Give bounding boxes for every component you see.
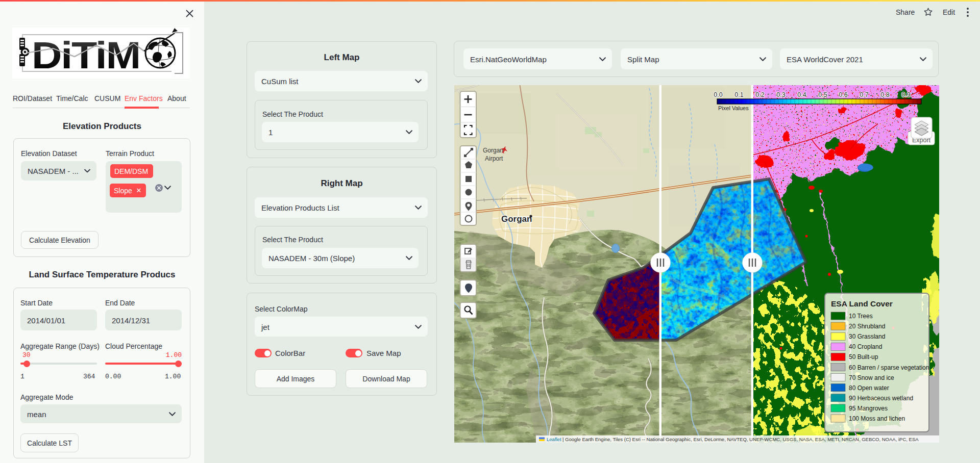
svg-text:60 Barren / sparse vegetation: 60 Barren / sparse vegetation: [849, 364, 929, 371]
svg-text:ESA Land Cover: ESA Land Cover: [831, 299, 893, 308]
svg-text:40 Cropland: 40 Cropland: [849, 343, 882, 350]
svg-text:0.3: 0.3: [776, 91, 785, 98]
svg-text:Airport: Airport: [485, 155, 503, 162]
svg-text:0.0: 0.0: [714, 91, 722, 98]
svg-text:100 Moss and lichen: 100 Moss and lichen: [849, 415, 905, 422]
svg-text:20 Shrubland: 20 Shrubland: [849, 323, 885, 330]
svg-text:0.9: 0.9: [901, 91, 910, 98]
svg-text:95 Mangroves: 95 Mangroves: [849, 405, 888, 412]
svg-text:0.4: 0.4: [797, 91, 806, 98]
svg-text:0.6: 0.6: [839, 91, 847, 98]
svg-text:Pixel Values: Pixel Values: [718, 105, 749, 111]
svg-text:| Google Earth Engine, Tiles (: | Google Earth Engine, Tiles (C) Esri --…: [562, 436, 919, 442]
svg-text:90 Herbaceous wetland: 90 Herbaceous wetland: [849, 395, 913, 402]
svg-text:0.8: 0.8: [880, 91, 889, 98]
svg-text:0.2: 0.2: [755, 91, 764, 98]
svg-text:0.1: 0.1: [734, 91, 743, 98]
svg-text:70 Snow and ice: 70 Snow and ice: [849, 374, 894, 381]
svg-text:Leaflet: Leaflet: [547, 436, 561, 442]
svg-text:80 Open water: 80 Open water: [849, 384, 889, 392]
svg-text:0.7: 0.7: [860, 91, 868, 98]
svg-text:Gorgan: Gorgan: [483, 147, 503, 154]
svg-text:10 Trees: 10 Trees: [849, 313, 873, 320]
svg-text:DiTiM: DiTiM: [32, 34, 140, 76]
svg-text:0.5: 0.5: [818, 91, 827, 98]
svg-text:30 Grassland: 30 Grassland: [849, 333, 885, 340]
svg-text:Gorgan: Gorgan: [501, 214, 532, 224]
svg-text:50 Built-up: 50 Built-up: [849, 353, 878, 361]
